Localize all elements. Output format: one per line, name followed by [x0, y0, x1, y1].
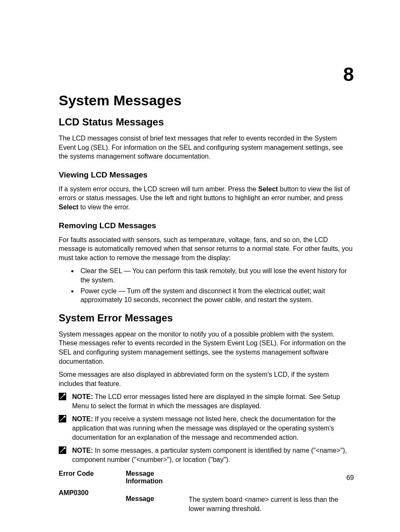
note-block: NOTE: If you receive a system message no…	[59, 415, 354, 442]
page-title: System Messages	[59, 92, 354, 109]
page-content: 8 System Messages LCD Status Messages Th…	[0, 0, 400, 532]
list-item: Clear the SEL — You can perform this tas…	[78, 266, 354, 284]
note-icon	[59, 415, 66, 422]
note-text: NOTE: The LCD error messages listed here…	[72, 392, 354, 410]
system-error-paragraph-2: Some messages are also displayed in abbr…	[59, 370, 354, 388]
system-error-paragraph-1: System messages appear on the monitor to…	[59, 330, 354, 366]
removing-lcd-paragraph: For faults associated with sensors, such…	[59, 235, 354, 263]
subheading-viewing-lcd: Viewing LCD Messages	[59, 170, 354, 180]
note-block: NOTE: In some messages, a particular sys…	[59, 446, 354, 464]
error-table: Error Code Message Information AMP0300 M…	[59, 470, 354, 513]
page-number: 69	[346, 474, 354, 482]
note-text: NOTE: In some messages, a particular sys…	[72, 446, 354, 464]
note-icon	[59, 393, 66, 400]
subheading-removing-lcd: Removing LCD Messages	[59, 221, 354, 230]
table-header-row: Error Code Message Information	[59, 470, 354, 485]
message-label-cell: Message	[126, 489, 189, 513]
viewing-lcd-paragraph: If a system error occurs, the LCD screen…	[59, 185, 354, 212]
error-code-cell: AMP0300	[59, 489, 126, 513]
lcd-intro-paragraph: The LCD messages consist of brief text m…	[59, 134, 354, 161]
table-header-message-info: Message Information	[126, 470, 189, 485]
section-heading-lcd-status: LCD Status Messages	[59, 116, 354, 128]
note-text: NOTE: If you receive a system message no…	[72, 415, 354, 442]
removing-lcd-list: Clear the SEL — You can perform this tas…	[59, 266, 354, 304]
section-heading-system-error: System Error Messages	[59, 312, 354, 324]
note-icon	[59, 446, 66, 454]
message-text-cell: The system board <name> current is less …	[189, 489, 354, 513]
note-block: NOTE: The LCD error messages listed here…	[59, 392, 354, 410]
table-header-error-code: Error Code	[59, 470, 126, 485]
table-row: AMP0300 Message The system board <name> …	[59, 489, 354, 513]
list-item: Power cycle — Turn off the system and di…	[78, 287, 354, 305]
chapter-number: 8	[343, 63, 354, 86]
